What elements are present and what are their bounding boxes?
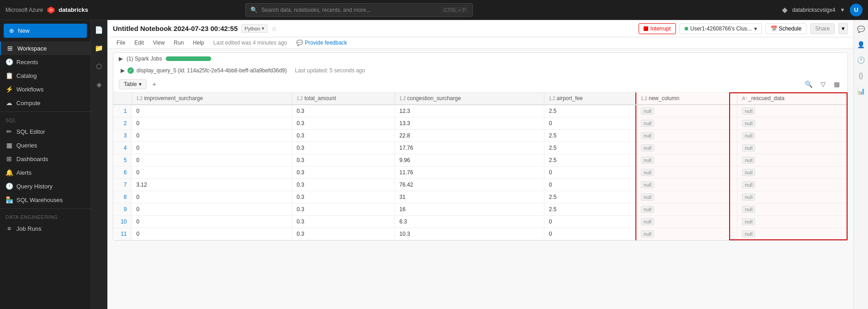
- spark-progress-bar: [166, 56, 211, 61]
- sidebar-item-workspace[interactable]: ⊞ Workspace: [0, 41, 91, 55]
- cell-new-column: null: [636, 105, 737, 117]
- right-chat-icon[interactable]: 💬: [855, 24, 867, 35]
- sidebar-item-catalog[interactable]: 📋 Catalog: [0, 69, 91, 82]
- menu-file[interactable]: File: [113, 38, 129, 47]
- sidebar-item-recents[interactable]: 🕐 Recents: [0, 55, 91, 69]
- cell-improvement-surcharge: 0: [132, 130, 292, 142]
- share-button[interactable]: Share: [810, 23, 835, 34]
- cell-congestion-surcharge: 10.3: [395, 228, 544, 240]
- panel-graph-icon[interactable]: ⬡: [93, 60, 106, 73]
- sidebar-item-sql-editor[interactable]: ✏ SQL Editor: [0, 125, 91, 138]
- cell-congestion-surcharge: 9.96: [395, 154, 544, 167]
- expand-query-icon[interactable]: ▶: [121, 67, 125, 74]
- right-code-icon[interactable]: {}: [857, 70, 865, 81]
- cell-airport-fee: 2.5: [544, 191, 636, 203]
- spark-jobs-row: ▶ (1) Spark Jobs: [113, 53, 848, 65]
- kernel-selector[interactable]: Python ▾: [241, 24, 267, 33]
- query-id-label: display_query_5 (id: 114a25fc-2e54-4bb8-…: [137, 67, 287, 74]
- col-rescued-data[interactable]: Aᶜ_rescued_data: [737, 92, 847, 105]
- provide-feedback-button[interactable]: 💬 Provide feedback: [293, 40, 351, 46]
- alerts-icon: 🔔: [5, 169, 13, 176]
- right-chart-icon[interactable]: 📊: [855, 86, 867, 96]
- col-congestion-surcharge[interactable]: 1.2congestion_surcharge: [395, 92, 544, 105]
- cell-airport-fee: 2.5: [544, 130, 636, 142]
- sidebar-item-dashboards[interactable]: ⊞ Dashboards: [0, 152, 91, 166]
- schedule-button[interactable]: 📅 Schedule: [766, 23, 807, 34]
- cell-airport-fee: 0: [544, 179, 636, 191]
- cell-congestion-surcharge: 31: [395, 191, 544, 203]
- right-panel: 💬 👤 🕐 {} 📊: [853, 20, 868, 309]
- sidebar-item-label: Catalog: [16, 72, 37, 79]
- chat-icon: 💬: [296, 40, 303, 46]
- workspace-icon: ⊞: [6, 45, 14, 52]
- last-edited-label: Last edited was 4 minutes ago: [210, 40, 291, 46]
- data-table: 1.2improvement_surcharge 1.2total_amount…: [113, 92, 848, 240]
- menu-run[interactable]: Run: [170, 38, 188, 47]
- cell-new-column: null: [636, 130, 737, 142]
- cell-rescued-data: null: [737, 179, 847, 191]
- cell-total-amount: 0.3: [292, 191, 395, 203]
- col-improvement-surcharge[interactable]: 1.2improvement_surcharge: [132, 92, 292, 105]
- right-user-icon[interactable]: 👤: [855, 39, 867, 50]
- row-num-cell: 9: [113, 203, 132, 216]
- panel-folder-icon[interactable]: 📁: [93, 42, 106, 55]
- sidebar-item-queries[interactable]: ▦ Queries: [0, 138, 91, 152]
- cell-output-area: ▶ (1) Spark Jobs ▶ ✓ display_query_5 (id…: [107, 49, 853, 309]
- search-placeholder: Search data, notebooks, recents, and mor…: [261, 7, 438, 13]
- panel-doc-icon[interactable]: 📄: [93, 24, 106, 36]
- cell-new-column: null: [636, 167, 737, 179]
- interrupt-button[interactable]: Interrupt: [639, 23, 676, 34]
- cell-airport-fee: 0: [544, 228, 636, 240]
- right-history-icon[interactable]: 🕐: [855, 55, 867, 66]
- sql-section-label: SQL: [0, 114, 91, 125]
- cell-airport-fee: 2.5: [544, 142, 636, 154]
- cell-total-amount: 0.3: [292, 130, 395, 142]
- cluster-selector[interactable]: User1-42608766's Clus... ▾: [680, 23, 762, 34]
- cell-airport-fee: 0: [544, 117, 636, 130]
- cell-congestion-surcharge: 16: [395, 203, 544, 216]
- sidebar-item-label: Job Runs: [16, 225, 41, 232]
- expand-icon[interactable]: ▶: [119, 56, 123, 62]
- filter-icon[interactable]: ▽: [818, 80, 828, 89]
- global-search[interactable]: 🔍 Search data, notebooks, recents, and m…: [245, 3, 473, 17]
- menu-view[interactable]: View: [149, 38, 168, 47]
- star-button[interactable]: ☆: [271, 25, 277, 32]
- cell-improvement-surcharge: 0: [132, 203, 292, 216]
- sql-warehouses-icon: 🏪: [5, 196, 13, 203]
- table-row: 3 0 0.3 22.8 2.5 null null: [113, 130, 847, 142]
- menu-help[interactable]: Help: [189, 38, 208, 47]
- col-airport-fee[interactable]: 1.2airport_fee: [544, 92, 636, 105]
- sidebar-item-job-runs[interactable]: ≡ Job Runs: [0, 222, 91, 235]
- cell-rescued-data: null: [737, 216, 847, 228]
- col-total-amount[interactable]: 1.2total_amount: [292, 92, 395, 105]
- azure-label: Microsoft Azure: [5, 7, 43, 13]
- col-new-column[interactable]: 1.2new_column: [636, 92, 737, 105]
- add-column-button[interactable]: +: [150, 80, 158, 89]
- sidebar-item-compute[interactable]: ☁ Compute: [0, 96, 91, 110]
- table-view-chevron-icon: ▾: [139, 81, 142, 87]
- cell-improvement-surcharge: 0: [132, 154, 292, 167]
- table-view-button[interactable]: Table ▾: [119, 79, 147, 89]
- cell-new-column: null: [636, 142, 737, 154]
- cell-improvement-surcharge: 0: [132, 228, 292, 240]
- query-history-icon: 🕐: [5, 182, 13, 190]
- sidebar-item-query-history[interactable]: 🕐 Query History: [0, 179, 91, 193]
- sidebar-item-workflows[interactable]: ⚡ Workflows: [0, 82, 91, 96]
- search-shortcut: CTRL + P: [442, 7, 468, 13]
- search-table-icon[interactable]: 🔍: [802, 80, 815, 89]
- new-button[interactable]: ⊕ New: [4, 24, 87, 38]
- cell-new-column: null: [636, 216, 737, 228]
- toolbar-expand-button[interactable]: ▾: [838, 23, 848, 34]
- table-header-row: 1.2improvement_surcharge 1.2total_amount…: [113, 92, 847, 105]
- main-layout: ⊕ New ⊞ Workspace 🕐 Recents 📋 Catalog ⚡ …: [0, 20, 868, 309]
- layout-icon[interactable]: ▦: [832, 80, 842, 89]
- cell-airport-fee: 2.5: [544, 203, 636, 216]
- cell-total-amount: 0.3: [292, 179, 395, 191]
- sidebar-item-alerts[interactable]: 🔔 Alerts: [0, 166, 91, 179]
- sidebar-item-sql-warehouses[interactable]: 🏪 SQL Warehouses: [0, 193, 91, 207]
- menu-edit[interactable]: Edit: [131, 38, 147, 47]
- row-num-cell: 10: [113, 216, 132, 228]
- plus-icon: ⊕: [9, 27, 14, 34]
- panel-diamond-icon[interactable]: ◈: [93, 78, 106, 91]
- cell-congestion-surcharge: 22.8: [395, 130, 544, 142]
